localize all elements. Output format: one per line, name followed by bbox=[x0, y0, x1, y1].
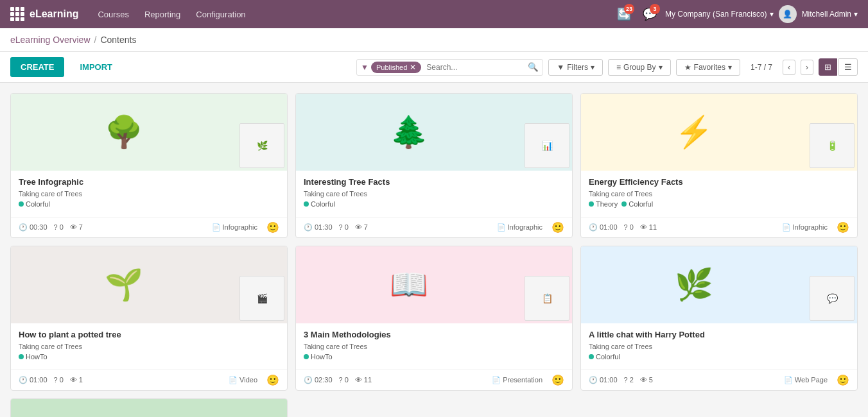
updates-notification[interactable]: 🔄 23 bbox=[614, 4, 634, 24]
views-value: 1 bbox=[79, 376, 83, 384]
like-button[interactable]: 🙂 bbox=[266, 221, 279, 234]
tag-label: Colorful bbox=[311, 200, 335, 208]
search-input[interactable] bbox=[424, 62, 525, 73]
grid-view-button[interactable]: ⊞ bbox=[819, 58, 837, 76]
card-image-area: 🌲 📊 bbox=[296, 94, 572, 171]
card-duration: 🕐 00:30 bbox=[19, 223, 48, 232]
card-views: 👁 11 bbox=[640, 223, 657, 231]
duration-value: 00:30 bbox=[30, 223, 48, 231]
tag-label: HowTo bbox=[26, 353, 48, 361]
filter-tag-close[interactable]: ✕ bbox=[410, 63, 416, 72]
card-tags: Colorful bbox=[19, 200, 279, 208]
card-tag: Colorful bbox=[304, 200, 335, 208]
card-footer: 🕐 00:30 ? 0 👁 7 📄 Infographic 🙂 bbox=[11, 217, 287, 237]
prev-page-button[interactable]: ‹ bbox=[783, 60, 795, 75]
card-body: A little chat with Harry Potted Taking c… bbox=[581, 323, 857, 370]
create-button[interactable]: CREATE bbox=[10, 57, 64, 77]
card-footer: 🕐 01:00 ? 0 👁 1 📄 Video 🙂 bbox=[11, 370, 287, 390]
content-card[interactable]: 🍓 🎥 How to Grow and Harvest The Best Str… bbox=[10, 398, 288, 417]
type-label: Infographic bbox=[793, 223, 828, 231]
app-name: eLearning bbox=[30, 8, 78, 20]
messages-notification[interactable]: 💬 3 bbox=[639, 4, 660, 24]
questions-value: 2 bbox=[630, 376, 634, 384]
card-type: 📄 Web Page bbox=[784, 376, 828, 384]
tag-label: HowTo bbox=[311, 353, 333, 361]
card-tags: Theory Colorful bbox=[589, 200, 849, 208]
card-body: How to plant a potted tree Taking care o… bbox=[11, 323, 287, 370]
breadcrumb-current: Contents bbox=[100, 35, 136, 45]
nav-configuration[interactable]: Configuration bbox=[189, 6, 252, 23]
next-page-button[interactable]: › bbox=[801, 60, 813, 75]
card-tags: Colorful bbox=[589, 353, 849, 361]
duration-value: 01:00 bbox=[30, 376, 48, 384]
list-view-button[interactable]: ☰ bbox=[838, 58, 858, 76]
like-button[interactable]: 🙂 bbox=[837, 374, 849, 386]
views-value: 5 bbox=[649, 376, 653, 384]
tag-dot bbox=[589, 201, 594, 207]
questions-value: 0 bbox=[630, 223, 634, 231]
clock-icon: 🕐 bbox=[19, 376, 28, 384]
eye-icon: 👁 bbox=[640, 376, 647, 384]
eye-icon: 👁 bbox=[640, 223, 647, 231]
app-logo[interactable]: eLearning bbox=[10, 7, 78, 21]
card-questions: ? 0 bbox=[624, 223, 634, 231]
content-card[interactable]: ⚡ 🔋 Energy Efficiency Facts Taking care … bbox=[580, 93, 858, 238]
doc-icon: 📄 bbox=[229, 376, 238, 384]
user-avatar: 👤 bbox=[779, 5, 797, 23]
like-button[interactable]: 🙂 bbox=[551, 374, 564, 386]
content-card[interactable]: 📖 📋 3 Main Methodologies Taking care of … bbox=[295, 246, 573, 391]
published-filter-tag: Published ✕ bbox=[371, 62, 421, 73]
tag-dot bbox=[589, 354, 594, 359]
like-button[interactable]: 🙂 bbox=[837, 221, 849, 234]
eye-icon: 👁 bbox=[355, 223, 362, 231]
tag-dot bbox=[19, 201, 24, 207]
tag-dot bbox=[304, 354, 309, 359]
filters-button[interactable]: ▼ Filters ▾ bbox=[548, 59, 603, 76]
card-thumbnail: 🌿 bbox=[239, 123, 284, 168]
card-tag: Theory bbox=[589, 200, 618, 208]
tag-dot bbox=[621, 201, 627, 207]
questions-value: 0 bbox=[345, 223, 349, 231]
search-button[interactable]: 🔍 bbox=[528, 62, 539, 72]
card-main-image: 🌳 bbox=[11, 114, 237, 150]
question-icon: ? bbox=[624, 223, 628, 231]
favorites-star-icon: ★ bbox=[684, 63, 691, 72]
content-card[interactable]: 🌿 💬 A little chat with Harry Potted Taki… bbox=[580, 246, 858, 391]
like-button[interactable]: 🙂 bbox=[551, 221, 564, 234]
card-title: A little chat with Harry Potted bbox=[589, 330, 849, 341]
like-button[interactable]: 🙂 bbox=[266, 374, 279, 386]
card-tags: HowTo bbox=[304, 353, 564, 361]
card-views: 👁 1 bbox=[70, 376, 83, 384]
content-card[interactable]: 🌳 🌿 Tree Infographic Taking care of Tree… bbox=[10, 93, 288, 238]
duration-value: 01:30 bbox=[315, 223, 333, 231]
tag-label: Colorful bbox=[26, 200, 50, 208]
card-type: 📄 Infographic bbox=[212, 223, 257, 232]
card-thumbnail: 📋 bbox=[525, 276, 569, 321]
nav-reporting[interactable]: Reporting bbox=[138, 6, 187, 23]
type-label: Infographic bbox=[508, 223, 542, 231]
content-area: 🌳 🌿 Tree Infographic Taking care of Tree… bbox=[0, 83, 868, 417]
content-card[interactable]: 🌲 📊 Interesting Tree Facts Taking care o… bbox=[295, 93, 573, 238]
company-selector[interactable]: My Company (San Francisco) ▾ bbox=[665, 10, 774, 19]
nav-courses[interactable]: Courses bbox=[91, 6, 135, 23]
card-title: How to plant a potted tree bbox=[19, 330, 279, 341]
breadcrumb-parent[interactable]: eLearning Overview bbox=[10, 35, 91, 45]
toolbar-right: ▼ Published ✕ 🔍 ▼ Filters ▾ ≡ Group By ▾… bbox=[356, 58, 858, 76]
card-course: Taking care of Trees bbox=[304, 343, 564, 350]
breadcrumb: eLearning Overview / Contents bbox=[10, 35, 136, 45]
user-name-display[interactable]: Mitchell Admin ▾ bbox=[802, 10, 858, 19]
card-image-area: 📖 📋 bbox=[296, 246, 572, 323]
tag-dot bbox=[19, 354, 24, 359]
card-image-area: 🌱 🎬 bbox=[11, 246, 287, 323]
favorites-button[interactable]: ★ Favorites ▾ bbox=[676, 59, 740, 76]
views-value: 7 bbox=[364, 223, 368, 231]
groupby-label: Group By bbox=[623, 63, 656, 72]
card-title: 3 Main Methodologies bbox=[304, 330, 564, 341]
import-button[interactable]: IMPORT bbox=[69, 57, 123, 77]
card-title: Energy Efficiency Facts bbox=[589, 177, 849, 188]
card-views: 👁 5 bbox=[640, 376, 653, 384]
user-name-text: Mitchell Admin bbox=[802, 10, 851, 19]
groupby-button[interactable]: ≡ Group By ▾ bbox=[608, 59, 671, 76]
toolbar: CREATE IMPORT ▼ Published ✕ 🔍 ▼ Filters … bbox=[0, 52, 868, 83]
content-card[interactable]: 🌱 🎬 How to plant a potted tree Taking ca… bbox=[10, 246, 288, 391]
